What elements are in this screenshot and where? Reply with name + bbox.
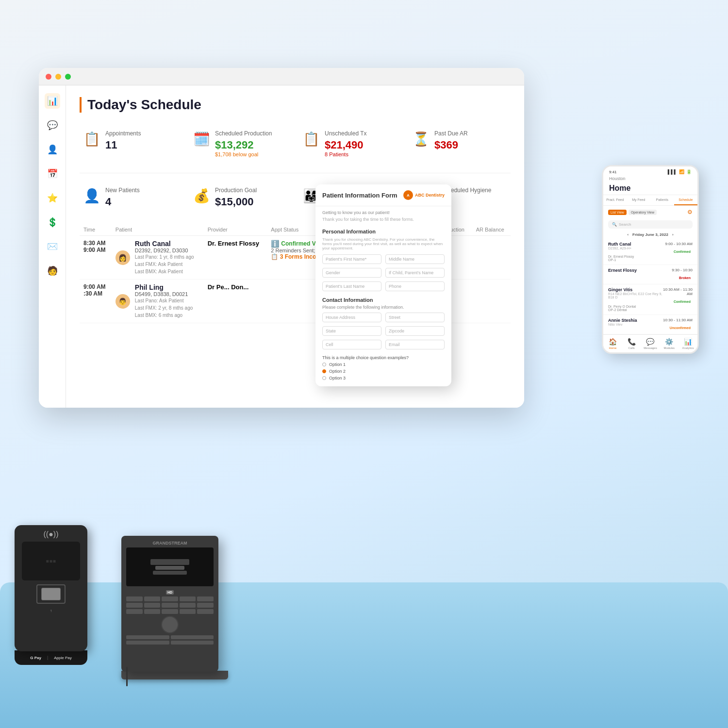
func-key-3[interactable] (126, 641, 169, 645)
address-field[interactable]: House Address (322, 313, 381, 322)
key-3[interactable] (162, 596, 178, 601)
patient-form-tablet: Patient Information Form A ABC Dentistry… (315, 184, 451, 386)
first-name-field[interactable]: Patient's First Name* (322, 254, 381, 264)
appt-annie-steshia[interactable]: Annie Steshia Nitio Viev 10:30 - 11:30 A… (603, 315, 697, 334)
phone-field[interactable]: Phone (385, 281, 445, 291)
email-field[interactable]: Email (385, 340, 445, 349)
key-star[interactable] (126, 609, 143, 614)
appt-name-2: Ernest Flossy (608, 268, 637, 273)
row2-ar (472, 280, 511, 323)
search-icon: 🔍 (612, 222, 617, 227)
key-7[interactable] (144, 603, 161, 608)
option-3-radio[interactable] (322, 376, 326, 380)
search-bar[interactable]: 🔍 Search (608, 220, 693, 229)
key-5[interactable] (197, 596, 214, 601)
key-0[interactable] (197, 603, 214, 608)
bottom-nav-modules[interactable]: ⚙️ Modules (660, 338, 678, 349)
stat-scheduled-production: 🗓️ Scheduled Production $13,292 $1,708 b… (189, 124, 291, 163)
bottom-nav-home[interactable]: 🏠 Home (603, 338, 622, 349)
form-body: Patient's First Name* Middle Name Gender… (315, 253, 451, 386)
operatory-view-btn[interactable]: Operatory View (629, 210, 657, 215)
tab-schedule[interactable]: Schedule (674, 195, 698, 205)
sidebar-item-dollar[interactable]: 💲 (45, 215, 60, 230)
sidebar-item-message[interactable]: 💬 (45, 117, 60, 133)
gender-field[interactable]: Gender (322, 268, 381, 278)
contact-sub: Please complete the following informatio… (315, 305, 451, 312)
form-row-3: Patient's Last Name Phone (315, 281, 451, 292)
patient-name-2[interactable]: Phil Ling (135, 283, 193, 291)
appt-provider-1: Dr. Ernest Flossy (608, 255, 693, 258)
bottom-nav-messages[interactable]: 💬 Messages (641, 338, 660, 349)
production-goal-label: Production Goal (215, 187, 257, 194)
platform-decoration (0, 582, 728, 728)
minimize-dot[interactable] (55, 74, 61, 80)
list-view-btn[interactable]: List View (608, 210, 627, 215)
key-c[interactable] (197, 609, 214, 614)
street-field[interactable]: Street (385, 313, 445, 322)
new-patients-value: 4 (105, 196, 140, 208)
form-row-2: Gender If Child, Parent's Name (315, 267, 451, 279)
stat-appointments: 📋 Appointments 11 (80, 124, 182, 163)
tab-my-feed[interactable]: My Feed (627, 195, 651, 205)
close-dot[interactable] (46, 74, 51, 80)
bottom-nav-calls[interactable]: 📞 Calls (622, 338, 641, 349)
scheduled-production-label: Scheduled Production (215, 130, 272, 137)
parent-name-field[interactable]: If Child, Parent's Name (385, 268, 445, 278)
tab-patients[interactable]: Patients (650, 195, 674, 205)
terminal-screen: ▪▪▪ (22, 542, 80, 580)
terminal-body: ((●)) ▪▪▪ ↑ (15, 525, 87, 651)
key-6[interactable] (126, 603, 143, 608)
patient-name[interactable]: Ruth Canal (135, 240, 194, 248)
appt-time-3: 10:30 AM - 11:30 AM (662, 287, 693, 296)
separator: | (47, 655, 48, 660)
option-3-label: Option 3 (329, 376, 346, 381)
zipcode-field[interactable]: Zipcode (385, 326, 445, 336)
prev-date[interactable]: ‹ (627, 232, 629, 237)
func-key-4[interactable] (171, 641, 214, 645)
func-key-1[interactable] (126, 635, 169, 639)
cell-field[interactable]: Cell (322, 340, 381, 349)
appt-ernest-flossy[interactable]: Ernest Flossy 9:30 - 10:30 Broken (603, 265, 697, 284)
key-2[interactable] (144, 596, 161, 601)
tab-pract-feed[interactable]: Pract. Feed (603, 195, 627, 205)
key-hash[interactable] (144, 609, 161, 614)
logo-circle: A (403, 190, 413, 200)
appointments-list: Ruth Canal D2392, A29-H+ 9:00 - 10:30 AM… (603, 239, 697, 334)
sidebar-item-person[interactable]: 🧑 (45, 263, 60, 279)
key-1[interactable] (126, 596, 143, 601)
sidebar-item-chart[interactable]: 📊 (45, 93, 60, 109)
appt-codes-3: R14 NE2 BbCHTol, E22 Coe Rey 9, B18 D (608, 292, 662, 299)
middle-name-field[interactable]: Middle Name (385, 254, 445, 264)
bottom-nav-analytics[interactable]: 📊 Analytics (678, 338, 697, 349)
option-2-radio[interactable] (322, 369, 326, 373)
sidebar-item-patient[interactable]: 👤 (45, 142, 60, 157)
app-title: Home (603, 182, 697, 195)
key-9[interactable] (180, 603, 196, 608)
row1-patient: 👩 Ruth Canal D2392, D9292, D3030 Last Pa… (112, 236, 204, 280)
gpay-label: G Pay (30, 656, 41, 660)
option-1-radio[interactable] (322, 363, 326, 366)
appt-ginger-vitis[interactable]: Ginger Vitis R14 NE2 BbCHTol, E22 Coe Re… (603, 284, 697, 315)
form-subtitle: Getting to know you as our patient! (315, 206, 451, 217)
sidebar-item-mail[interactable]: ✉️ (45, 239, 60, 254)
func-key-2[interactable] (171, 635, 214, 639)
key-4[interactable] (180, 596, 196, 601)
sidebar-item-star[interactable]: ⭐ (45, 190, 60, 206)
date-nav: ‹ Friday June 3, 2022 › (603, 231, 697, 239)
info-icon: ℹ️ (271, 240, 279, 248)
key-b[interactable] (180, 609, 196, 614)
form-row-5: State Zipcode (315, 325, 451, 337)
unscheduled-tx-value: $21,490 (325, 139, 367, 151)
appt-ruth-canal[interactable]: Ruth Canal D2392, A29-H+ 9:00 - 10:30 AM… (603, 239, 697, 265)
state-field[interactable]: State (322, 326, 381, 336)
filter-icon[interactable]: ⚙ (687, 209, 693, 215)
next-date[interactable]: › (672, 232, 674, 237)
maximize-dot[interactable] (65, 74, 71, 80)
sidebar-item-calendar[interactable]: 📅 (45, 166, 60, 182)
nav-circle[interactable] (161, 616, 179, 633)
last-name-field[interactable]: Patient's Last Name (322, 281, 381, 291)
key-8[interactable] (162, 603, 178, 608)
schedule-subheader: List View Operatory View ⚙ (603, 206, 697, 218)
key-a[interactable] (162, 609, 178, 614)
phone-cord (126, 667, 128, 686)
